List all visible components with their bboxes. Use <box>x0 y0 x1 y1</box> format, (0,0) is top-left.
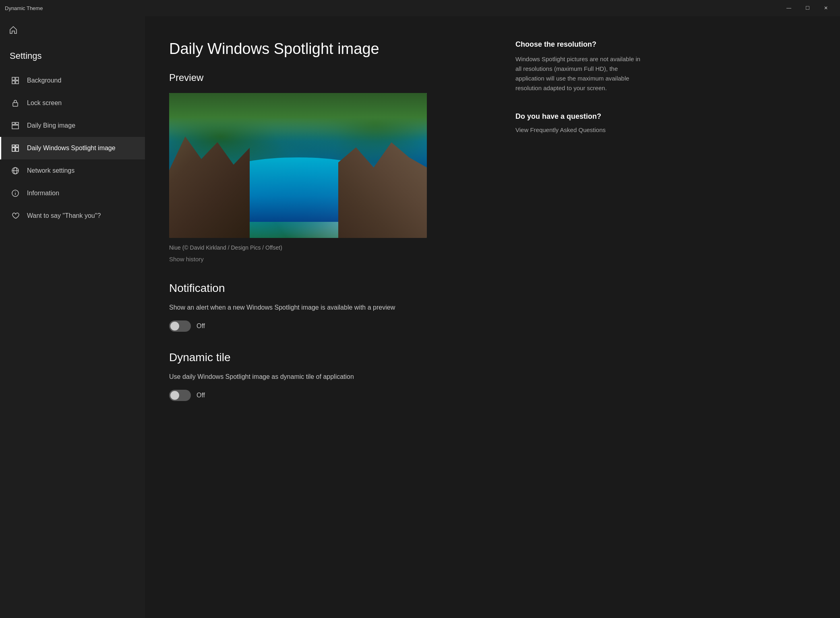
minimize-button[interactable]: — <box>780 0 798 16</box>
sidebar-item-label-network: Network settings <box>27 167 74 174</box>
dynamic-tile-toggle-label: Off <box>197 392 205 399</box>
svg-point-17 <box>15 192 16 192</box>
dynamic-tile-toggle-knob <box>170 391 179 400</box>
right-panel: Choose the resolution? Windows Spotlight… <box>507 16 660 618</box>
svg-rect-5 <box>12 122 15 124</box>
notification-toggle-label: Off <box>197 322 205 330</box>
sidebar-nav: Background Lock screen <box>0 69 145 227</box>
svg-rect-6 <box>16 122 19 124</box>
svg-rect-8 <box>12 145 15 147</box>
title-bar: Dynamic Theme — ☐ ✕ <box>0 0 840 16</box>
sidebar-item-label-spotlight: Daily Windows Spotlight image <box>27 145 116 152</box>
resolution-section: Choose the resolution? Windows Spotlight… <box>515 40 644 93</box>
sidebar-item-label-information: Information <box>27 190 59 197</box>
dynamic-tile-toggle[interactable] <box>169 390 191 401</box>
dynamic-tile-section-title: Dynamic tile <box>169 351 483 364</box>
sidebar-item-label-lock: Lock screen <box>27 99 62 107</box>
faq-title: Do you have a question? <box>515 112 644 121</box>
sidebar-item-label-thankyou: Want to say "Thank you"? <box>27 212 101 219</box>
heart-icon <box>11 211 20 220</box>
greenery-overlay <box>169 93 427 141</box>
info-icon <box>11 189 20 198</box>
settings-label: Settings <box>0 48 145 69</box>
maximize-button[interactable]: ☐ <box>798 0 817 16</box>
sidebar-item-network[interactable]: Network settings <box>0 159 145 182</box>
resolution-title: Choose the resolution? <box>515 40 644 49</box>
app-title: Dynamic Theme <box>5 5 43 11</box>
sidebar-item-lock-screen[interactable]: Lock screen <box>0 92 145 114</box>
lock-icon <box>11 99 20 107</box>
grid-icon <box>11 76 20 85</box>
sidebar-item-information[interactable]: Information <box>0 182 145 205</box>
svg-rect-4 <box>13 103 18 106</box>
svg-rect-3 <box>16 81 19 84</box>
bing-icon <box>11 121 20 130</box>
sidebar-item-spotlight[interactable]: Daily Windows Spotlight image <box>0 137 145 159</box>
window-controls: — ☐ ✕ <box>780 0 835 16</box>
sidebar-item-thank-you[interactable]: Want to say "Thank you"? <box>0 205 145 227</box>
svg-rect-1 <box>16 77 19 80</box>
sidebar: Settings Background <box>0 16 145 618</box>
notification-description: Show an alert when a new Windows Spotlig… <box>169 303 403 312</box>
spotlight-icon <box>11 144 20 153</box>
sidebar-item-daily-bing[interactable]: Daily Bing image <box>0 114 145 137</box>
dynamic-tile-toggle-row: Off <box>169 390 483 401</box>
sidebar-item-label-bing: Daily Bing image <box>27 122 75 129</box>
svg-rect-11 <box>16 148 19 151</box>
dynamic-tile-description: Use daily Windows Spotlight image as dyn… <box>169 372 403 382</box>
image-caption: Niue (© David Kirkland / Design Pics / O… <box>169 244 483 251</box>
svg-rect-2 <box>12 81 15 84</box>
preview-section-title: Preview <box>169 72 483 83</box>
svg-rect-10 <box>12 148 15 151</box>
resolution-text: Windows Spotlight pictures are not avail… <box>515 54 644 93</box>
app-body: Settings Background <box>0 16 840 618</box>
notification-section-title: Notification <box>169 282 483 295</box>
svg-rect-7 <box>12 125 19 129</box>
sidebar-item-label-background: Background <box>27 77 61 84</box>
preview-image <box>169 93 427 238</box>
faq-link[interactable]: View Frequently Asked Questions <box>515 126 606 133</box>
svg-rect-0 <box>12 77 15 80</box>
notification-toggle-knob <box>170 322 179 331</box>
show-history-link[interactable]: Show history <box>169 256 483 262</box>
notification-toggle[interactable] <box>169 320 191 332</box>
close-button[interactable]: ✕ <box>817 0 835 16</box>
sidebar-item-background[interactable]: Background <box>0 69 145 92</box>
home-icon <box>9 26 18 36</box>
faq-section: Do you have a question? View Frequently … <box>515 112 644 134</box>
page-title: Daily Windows Spotlight image <box>169 40 483 58</box>
home-button[interactable] <box>3 21 23 41</box>
main-content: Daily Windows Spotlight image Preview Ni… <box>145 16 840 618</box>
notification-toggle-row: Off <box>169 320 483 332</box>
svg-rect-9 <box>16 145 19 147</box>
content-area: Daily Windows Spotlight image Preview Ni… <box>145 16 507 618</box>
globe-icon <box>11 166 20 175</box>
